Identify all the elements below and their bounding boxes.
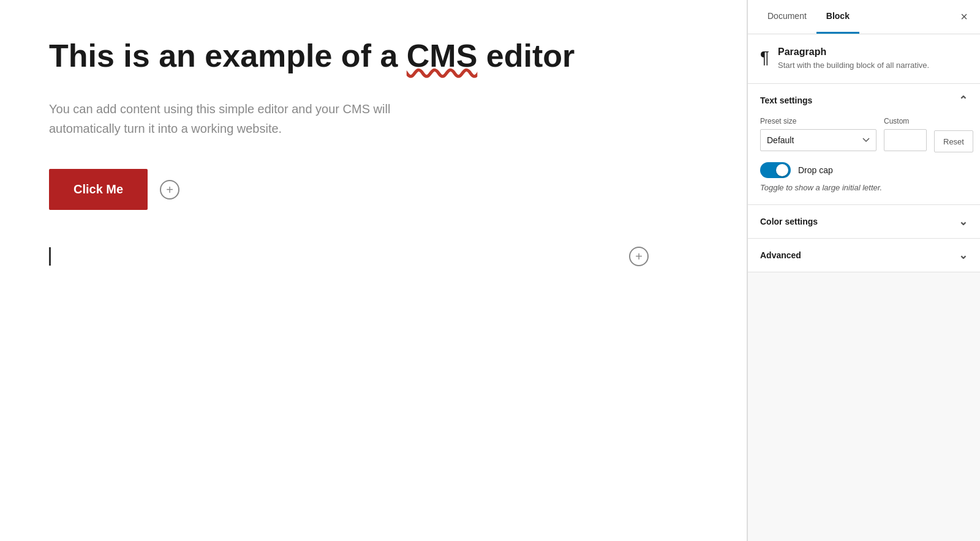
add-block-button[interactable]: + — [160, 180, 179, 200]
click-me-button[interactable]: Click Me — [49, 169, 148, 210]
drop-cap-label: Drop cap — [798, 165, 833, 175]
toggle-thumb — [776, 164, 788, 176]
drop-cap-toggle[interactable] — [760, 162, 791, 178]
sidebar-tabs: Document Block — [758, 0, 859, 34]
block-info-description: Start with the building block of all nar… — [778, 60, 929, 71]
add-block-bottom-button[interactable]: + — [629, 247, 649, 266]
heading-cms-word: CMS — [407, 38, 478, 73]
preset-size-select[interactable]: Default Small Medium Large — [760, 129, 876, 151]
text-settings-content: Preset size Default Small Medium Large C… — [748, 117, 980, 204]
cursor-row: + — [49, 247, 698, 266]
heading-text-part2: editor — [477, 38, 575, 73]
custom-size-label: Custom — [884, 117, 927, 125]
block-info-text: Paragraph Start with the building block … — [778, 47, 929, 71]
text-settings-header[interactable]: Text settings ⌃ — [748, 84, 980, 117]
reset-button[interactable]: Reset — [934, 130, 973, 152]
editor-heading: This is an example of a CMS editor — [49, 37, 698, 75]
text-settings-chevron-up: ⌃ — [959, 94, 968, 107]
preset-size-field: Preset size Default Small Medium Large — [760, 117, 876, 151]
drop-cap-row: Drop cap — [760, 162, 968, 178]
editor-area: This is an example of a CMS editor You c… — [0, 0, 747, 541]
sidebar-panel: Document Block × ¶ Paragraph Start with … — [747, 0, 980, 541]
color-settings-section: Color settings ⌄ — [748, 205, 980, 239]
paragraph-icon: ¶ — [760, 48, 769, 67]
sidebar-header: Document Block × — [748, 0, 980, 34]
editor-body-text: You can add content using this simple ed… — [49, 99, 478, 138]
block-info-title: Paragraph — [778, 47, 929, 58]
drop-cap-hint: Toggle to show a large initial letter. — [760, 183, 968, 192]
text-settings-section: Text settings ⌃ Preset size Default Smal… — [748, 84, 980, 205]
text-settings-label: Text settings — [760, 95, 812, 105]
color-settings-header[interactable]: Color settings ⌄ — [748, 205, 980, 238]
close-button[interactable]: × — [958, 7, 970, 26]
color-settings-label: Color settings — [760, 217, 818, 226]
tab-document[interactable]: Document — [758, 0, 816, 34]
tab-block[interactable]: Block — [816, 0, 859, 34]
block-info-section: ¶ Paragraph Start with the building bloc… — [748, 34, 980, 84]
heading-text-part1: This is an example of a — [49, 38, 407, 73]
advanced-header[interactable]: Advanced ⌄ — [748, 239, 980, 272]
size-settings-row: Preset size Default Small Medium Large C… — [760, 117, 968, 152]
advanced-label: Advanced — [760, 250, 801, 260]
toggle-track — [760, 162, 791, 178]
preset-size-label: Preset size — [760, 117, 876, 125]
color-settings-chevron-down: ⌄ — [959, 215, 968, 228]
advanced-chevron-down: ⌄ — [959, 248, 968, 262]
custom-size-input[interactable] — [884, 129, 927, 151]
button-row: Click Me + — [49, 169, 698, 210]
text-cursor — [49, 247, 51, 266]
advanced-section: Advanced ⌄ — [748, 239, 980, 272]
custom-size-field: Custom — [884, 117, 927, 151]
